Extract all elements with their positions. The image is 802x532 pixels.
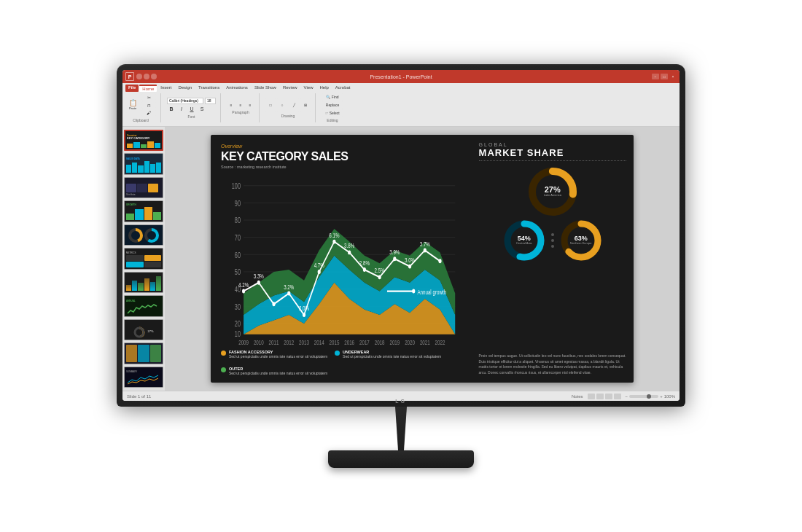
svg-text:30: 30 xyxy=(235,302,241,311)
tab-slideshow[interactable]: Slide Show xyxy=(252,85,279,92)
tab-file[interactable]: File xyxy=(125,85,139,92)
tab-insert[interactable]: Insert xyxy=(157,85,174,92)
slide-thumb-4[interactable]: GROWTH xyxy=(124,200,163,222)
legend-outer: OUTER Sed ut perspiciatis unde omnis ist… xyxy=(221,367,327,376)
svg-point-36 xyxy=(363,267,366,272)
minimize-button[interactable]: − xyxy=(652,74,659,79)
svg-text:4.2%: 4.2% xyxy=(238,281,249,288)
italic-button[interactable]: I xyxy=(177,106,186,113)
window-title: Presentation1 - PowerPoint xyxy=(370,74,432,79)
svg-text:80: 80 xyxy=(235,216,241,225)
reading-view-icon[interactable] xyxy=(605,394,612,399)
svg-text:4.7%: 4.7% xyxy=(314,262,324,269)
tab-home[interactable]: Home xyxy=(139,85,157,92)
svg-text:50: 50 xyxy=(235,268,241,277)
tab-design[interactable]: Design xyxy=(175,85,195,92)
slide-right-panel: GLOBAL MARKET SHARE xyxy=(473,135,634,383)
donut-svg-54 xyxy=(503,219,545,262)
cut-button[interactable]: ✂ xyxy=(141,93,156,101)
tab-help[interactable]: Help xyxy=(317,85,332,92)
slide-thumb-1[interactable]: Overview KEY CATEGORY xyxy=(124,130,163,151)
donut-svg-63 xyxy=(560,219,602,262)
fashion-legend-text: FASHION ACCESSORY Sed ut perspiciatis un… xyxy=(229,350,327,359)
align-center-button[interactable]: ≡ xyxy=(236,101,245,109)
align-right-button[interactable]: ≡ xyxy=(246,101,254,109)
tab-animations[interactable]: Animations xyxy=(223,85,251,92)
arrange-button[interactable]: ⊞ xyxy=(300,98,311,112)
bold-button[interactable]: B xyxy=(167,106,176,113)
slide-thumb-9[interactable]: 27% xyxy=(124,319,163,340)
status-right: Notes − + 10 xyxy=(572,394,675,399)
svg-text:3.0%: 3.0% xyxy=(405,256,415,263)
close-button[interactable]: × xyxy=(669,74,677,79)
tab-acrobat[interactable]: Acrobat xyxy=(332,85,354,92)
quick-undo-icon[interactable] xyxy=(144,74,149,79)
underwear-desc: Sed ut perspiciatis unde omnis iste natu… xyxy=(343,354,441,359)
ribbon-group-drawing: □ ○ ╱ ⊞ Drawing xyxy=(265,93,316,122)
format-painter-button[interactable]: 🖌 xyxy=(141,109,156,117)
svg-text:2.8%: 2.8% xyxy=(359,259,370,267)
slide-thumb-3[interactable]: Grid data xyxy=(124,177,163,198)
select-button[interactable]: ☞ Select xyxy=(322,109,343,117)
drawing-label: Drawing xyxy=(281,114,295,118)
presentation-view-icon[interactable] xyxy=(614,394,621,399)
outer-legend-text: OUTER Sed ut perspiciatis unde omnis ist… xyxy=(229,367,327,376)
tab-view[interactable]: View xyxy=(301,85,316,92)
zoom-out-button[interactable]: − xyxy=(626,394,628,399)
svg-text:3.2%: 3.2% xyxy=(284,283,294,290)
slide-sorter-icon[interactable] xyxy=(596,394,604,399)
find-button[interactable]: 🔍 Find xyxy=(322,93,343,101)
underline-button[interactable]: U xyxy=(187,106,196,113)
svg-point-40 xyxy=(424,248,427,252)
donut-svg-27 xyxy=(528,167,577,216)
zoom-slider[interactable] xyxy=(629,395,658,398)
fashion-dot xyxy=(221,351,226,356)
slide-thumb-8[interactable]: ANNUAL xyxy=(124,295,163,316)
svg-point-5 xyxy=(135,328,144,337)
slide-thumb-6[interactable]: METRICS xyxy=(124,248,163,269)
svg-point-31 xyxy=(287,291,290,295)
donut-latin-america: 27% Latin America xyxy=(528,167,577,216)
global-label: GLOBAL xyxy=(479,142,626,147)
font-label: Font xyxy=(187,114,195,119)
donut-northern-europe: 63% Northern Europe xyxy=(560,219,602,262)
quick-redo-icon[interactable] xyxy=(151,74,157,79)
slide-thumb-2[interactable]: SALES DATA xyxy=(124,153,163,174)
svg-text:2.5%: 2.5% xyxy=(375,267,385,274)
svg-text:60: 60 xyxy=(235,251,241,259)
title-bar-left: P xyxy=(125,72,157,81)
paste-button[interactable]: 📋 Paste xyxy=(125,97,140,113)
tab-transitions[interactable]: Transitions xyxy=(195,85,222,92)
font-size-select[interactable]: 18 xyxy=(205,98,216,104)
tab-review[interactable]: Review xyxy=(280,85,300,92)
fashion-desc: Sed ut perspiciatis unde omnis iste natu… xyxy=(229,354,327,359)
align-left-button[interactable]: ≡ xyxy=(227,101,235,109)
shape-line-button[interactable]: ╱ xyxy=(289,98,299,112)
slide-thumb-11[interactable]: SUMMARY xyxy=(124,367,163,388)
svg-point-35 xyxy=(348,250,351,254)
normal-view-icon[interactable] xyxy=(588,394,595,399)
slide-panel[interactable]: Overview KEY CATEGORY xyxy=(122,127,165,391)
strikethrough-button[interactable]: S xyxy=(198,106,206,113)
svg-text:2015: 2015 xyxy=(330,339,340,346)
copy-button[interactable]: ⊓ xyxy=(141,101,156,109)
slide-thumb-10[interactable] xyxy=(124,343,163,364)
svg-point-39 xyxy=(408,264,411,268)
outer-dot xyxy=(221,367,226,372)
svg-text:10: 10 xyxy=(235,329,241,338)
zoom-in-button[interactable]: + xyxy=(660,394,663,399)
quick-save-icon[interactable] xyxy=(136,74,142,79)
donuts-wrapper: 27% Latin America xyxy=(479,167,626,349)
maximize-button[interactable]: □ xyxy=(661,74,668,79)
slide-thumb-7[interactable] xyxy=(124,272,163,293)
font-family-select[interactable]: Calibri (Headings) xyxy=(167,98,203,104)
app-logo: P xyxy=(125,72,134,81)
shape-rect-button[interactable]: □ xyxy=(265,98,276,112)
replace-button[interactable]: Replace xyxy=(322,101,343,109)
shape-oval-button[interactable]: ○ xyxy=(277,98,287,112)
notes-button[interactable]: Notes xyxy=(572,394,583,399)
monitor-base xyxy=(328,450,474,468)
svg-text:2012: 2012 xyxy=(284,339,294,346)
slide-thumb-5[interactable] xyxy=(124,224,163,246)
app-chrome: P Presentation1 - PowerPoint − □ × xyxy=(122,70,680,401)
